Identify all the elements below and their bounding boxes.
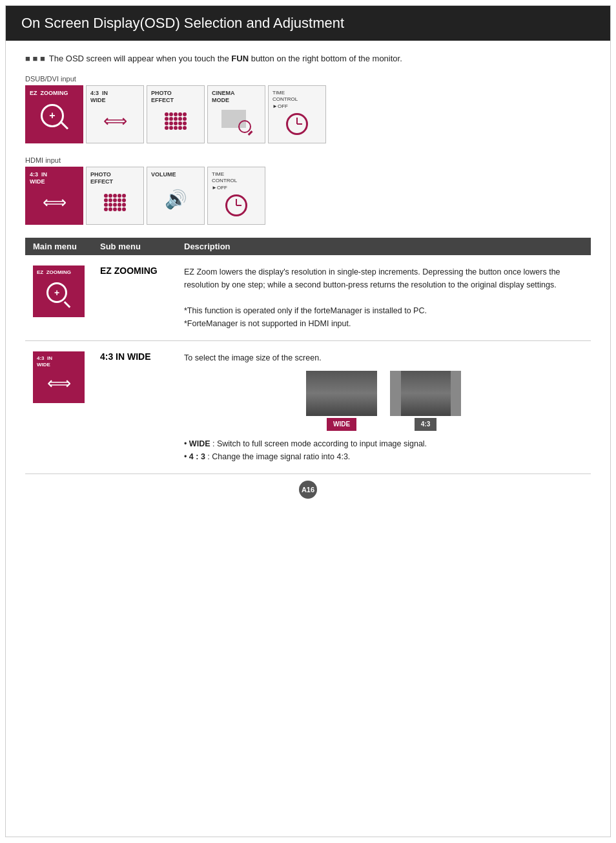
43-wide-main-cell: 4:3 INWIDE ⟺ [25,341,92,474]
time-control-hdmi-title: TIMECONTROL [212,171,261,185]
43-wide-dsub-icon: ⟺ [90,104,139,139]
ez-zoom-mini-title: EZ ZOOMING [37,269,81,276]
43-wide-hdmi-icon: ⟺ [30,185,79,220]
43-wide-mini-icon: ⟺ [37,368,81,399]
43-wide-sub-label: 4:3 IN WIDE [100,351,151,362]
volume-hdmi-title: VOLUME [151,171,200,178]
hdmi-section: HDMI input 4:3 INWIDE ⟺ PHOTOEFFECT [25,156,591,225]
page-border: On Screen Display(OSD) Selection and Adj… [5,5,611,837]
arrow-left-right-icon: ⟺ [103,111,127,131]
volume-hdmi-icon: 🔊 [151,178,200,220]
photo-effect-hdmi-icon [90,185,139,220]
43-wide-mini-title: 4:3 INWIDE [37,355,81,368]
time-control-dsub-title: TIMECONTROL [272,90,322,103]
bullet-wide: • WIDE : Switch to full screen mode acco… [184,437,583,450]
wide-bold: WIDE [189,439,210,448]
photo-effect-dsub-icon [151,104,200,139]
ez-zooming-icon: + [30,97,79,139]
wide-thumb: WIDE [306,371,377,431]
osd-photo-effect-dsub[interactable]: PHOTOEFFECT [147,85,205,143]
ez-zoom-table-row: EZ ZOOMING + [25,255,591,341]
cinema-mode-icon [212,104,261,139]
43-label: 4:3 [415,418,436,431]
osd-43-wide-hdmi[interactable]: 4:3 INWIDE ⟺ [25,167,83,225]
ez-zoom-main-cell: EZ ZOOMING + [25,255,92,341]
photo-grid-hdmi-icon [104,194,126,211]
43-bold: 4 : 3 [189,452,205,461]
wide-label: WIDE [327,418,356,431]
hdmi-osd-row: 4:3 INWIDE ⟺ PHOTOEFFECT [25,167,591,225]
photo-effect-hdmi-title: PHOTOEFFECT [90,171,139,185]
page-number-area: A16 [25,474,591,505]
osd-ez-zooming[interactable]: EZ ZOOMING + [25,85,83,143]
page-badge: A16 [299,481,317,499]
clock-hdmi-icon [225,194,247,216]
table-header-row: Main menu Sub menu Description [25,238,591,255]
osd-time-control-dsub[interactable]: TIMECONTROL ►OFF [268,85,326,143]
col-header-main: Main menu [25,238,92,255]
time-control-hdmi-icon [212,191,261,220]
ez-zoom-sub-cell: EZ ZOOMING [92,255,176,341]
43-wide-desc-intro: To select the image size of the screen. [184,351,583,364]
intro-text: The OSD screen will appear when you touc… [49,54,402,63]
main-table: Main menu Sub menu Description EZ ZOOMIN… [25,238,591,474]
image-thumbs-row: WIDE 4:3 [184,371,583,431]
wide-scene [306,371,377,416]
speaker-icon: 🔊 [165,189,187,210]
photo-effect-dsub-title: PHOTOEFFECT [151,90,200,104]
43-wide-table-row: 4:3 INWIDE ⟺ 4:3 IN WIDE To select the i… [25,341,591,474]
time-control-hdmi-off: ►OFF [212,185,261,191]
page-title: On Screen Display(OSD) Selection and Adj… [21,15,344,31]
arrow-lr-white-icon: ⟺ [47,373,71,393]
bullet-43: • 4 : 3 : Change the image signal ratio … [184,450,583,463]
43-wide-mini-osd: 4:3 INWIDE ⟺ [33,351,85,403]
ez-zooming-title: EZ ZOOMING [30,90,79,97]
osd-photo-effect-hdmi[interactable]: PHOTOEFFECT [86,167,144,225]
time-control-dsub-off: ►OFF [272,103,322,109]
col-header-sub: Sub menu [92,238,176,255]
dsub-section: DSUB/DVI input EZ ZOOMING + [25,75,591,143]
dsub-osd-row: EZ ZOOMING + 4:3 INWIDE ⟺ [25,85,591,143]
main-content: ■ ■ ■ The OSD screen will appear when yo… [6,41,610,518]
osd-cinema-mode[interactable]: CINEMAMODE [207,85,265,143]
clock-icon [286,113,308,135]
43-scene [401,371,451,416]
43-wide-sub-cell: 4:3 IN WIDE [92,341,176,474]
43-thumb: 4:3 [390,371,461,431]
osd-volume-hdmi[interactable]: VOLUME 🔊 [147,167,205,225]
photo-grid-icon [165,112,187,130]
col-header-desc: Description [176,238,591,255]
page-header: On Screen Display(OSD) Selection and Adj… [6,6,610,41]
bullet-icon: ■ ■ ■ [25,54,45,63]
dsub-label: DSUB/DVI input [25,75,591,83]
ez-zoom-desc-p2: *This function is operated only if the f… [184,304,583,330]
43-bullets: • WIDE : Switch to full screen mode acco… [184,437,583,463]
ez-zoom-sub-label: EZ ZOOMING [100,265,158,276]
ez-zoom-desc-p1: EZ Zoom lowers the display's resolution … [184,265,583,291]
osd-time-control-hdmi[interactable]: TIMECONTROL ►OFF [207,167,265,225]
43-wide-hdmi-title: 4:3 INWIDE [30,171,79,185]
arrow-left-right-white-icon: ⟺ [43,193,67,213]
osd-43-wide-dsub[interactable]: 4:3 INWIDE ⟺ [86,85,144,143]
ez-zoom-mini-icon: + [37,276,81,313]
intro-paragraph: ■ ■ ■ The OSD screen will appear when yo… [25,54,591,63]
43-thumb-img [390,371,461,416]
ez-zoom-desc-cell: EZ Zoom lowers the display's resolution … [176,255,591,341]
ez-zoom-mini-osd: EZ ZOOMING + [33,265,85,317]
hdmi-label: HDMI input [25,156,591,164]
time-control-dsub-icon [272,109,322,139]
wide-thumb-img [306,371,377,416]
fun-keyword: FUN [231,54,249,63]
43-wide-dsub-title: 4:3 INWIDE [90,90,139,104]
cinema-mode-title: CINEMAMODE [212,90,261,104]
43-wide-desc-cell: To select the image size of the screen. … [176,341,591,474]
